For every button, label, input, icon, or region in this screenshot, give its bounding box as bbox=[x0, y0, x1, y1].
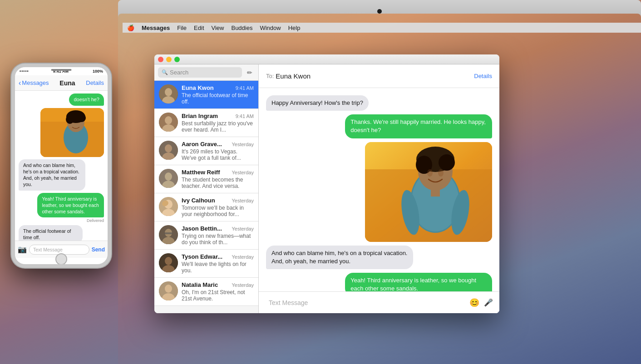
conversation-item-euna-kwon[interactable]: Euna Kwon 9:41 AM The official footwear … bbox=[154, 81, 258, 109]
microphone-icon[interactable]: 🎤 bbox=[484, 298, 493, 307]
conv-name-brian: Brian Ingram bbox=[182, 113, 218, 119]
iphone-frame: ••••• 9:41 AM 100% ‹ Messages Euna Detai… bbox=[11, 64, 111, 268]
conv-preview-euna: The official footwear of time off. bbox=[182, 92, 254, 105]
iphone-send-button[interactable]: Send bbox=[92, 246, 105, 253]
iphone-speaker bbox=[51, 69, 72, 71]
edit-menu[interactable]: Edit bbox=[194, 25, 204, 31]
chat-recipient-name: Euna Kwon bbox=[276, 72, 311, 80]
avatar-natalia-maric bbox=[159, 281, 178, 300]
svg-point-21 bbox=[165, 257, 172, 265]
back-label: Messages bbox=[22, 79, 49, 86]
conv-time-euna: 9:41 AM bbox=[236, 85, 254, 91]
iphone-text-input[interactable]: Text Message bbox=[29, 245, 89, 255]
conv-name-euna: Euna Kwon bbox=[182, 84, 214, 91]
sidebar: 🔍 Search ✏ Euna Kwon 9:41 AM bbox=[154, 64, 259, 313]
iphone-message-row: And who can blame him, he's on a tropica… bbox=[19, 159, 104, 191]
iphone-bubble-outgoing: Yeah! Third anniversary is leather, so w… bbox=[37, 193, 104, 218]
iphone-messages: doesn't he? And who can blame him, he's … bbox=[15, 91, 108, 241]
webcam-camera bbox=[377, 9, 382, 14]
message-row: Happy Anniversary! How's the trip? bbox=[266, 95, 492, 111]
window-content: 🔍 Search ✏ Euna Kwon 9:41 AM bbox=[154, 64, 499, 313]
conv-info-brian: Brian Ingram 9:41 AM Best surfabilly jaz… bbox=[182, 113, 254, 133]
to-label: To: bbox=[266, 73, 274, 79]
app-name-menu[interactable]: Messages bbox=[142, 25, 170, 31]
message-bubble: And who can blame him, he's on a tropica… bbox=[266, 246, 413, 269]
svg-point-44 bbox=[66, 115, 74, 124]
chat-header: To: Euna Kwon Details bbox=[259, 64, 499, 88]
view-menu[interactable]: View bbox=[212, 25, 224, 31]
iphone-bubble-outgoing: doesn't he? bbox=[69, 93, 104, 106]
iphone-home-button[interactable] bbox=[55, 253, 67, 265]
iphone-battery: 100% bbox=[93, 69, 103, 74]
close-button[interactable] bbox=[158, 57, 163, 62]
avatar-ivy-calhoun bbox=[159, 197, 178, 216]
conversation-item-jason-bettin[interactable]: Jason Bettin... Yesterday Trying on new … bbox=[154, 221, 258, 250]
window-titlebar bbox=[154, 54, 499, 64]
conversation-list: Euna Kwon 9:41 AM The official footwear … bbox=[154, 81, 258, 313]
conv-time-brian: 9:41 AM bbox=[236, 113, 254, 119]
signal-dots: ••••• bbox=[20, 69, 29, 74]
avatar-aaron-grave bbox=[159, 141, 178, 160]
conv-preview-aaron: It's 269 miles to Vegas. We've got a ful… bbox=[182, 148, 254, 161]
svg-point-1 bbox=[165, 88, 172, 96]
delivered-label: Delivered bbox=[87, 218, 104, 223]
conv-name-ivy: Ivy Calhoun bbox=[182, 197, 215, 204]
search-field[interactable]: 🔍 Search bbox=[158, 67, 242, 78]
back-chevron-icon: ‹ bbox=[19, 79, 21, 87]
conv-name-matthew: Matthew Reiff bbox=[182, 169, 220, 176]
messages-window: 🔍 Search ✏ Euna Kwon 9:41 AM bbox=[154, 54, 499, 313]
apple-menu[interactable]: 🍎 bbox=[127, 25, 134, 31]
conversation-item-aaron-grave[interactable]: Aaron Grave... Yesterday It's 269 miles … bbox=[154, 137, 258, 165]
iphone-message-row: The official footwear of time off. bbox=[19, 225, 104, 241]
search-icon: 🔍 bbox=[162, 69, 168, 75]
avatar-euna-kwon bbox=[159, 84, 178, 103]
file-menu[interactable]: File bbox=[177, 25, 187, 31]
svg-rect-19 bbox=[164, 232, 173, 234]
conv-preview-jason: Trying on new frames—what do you think o… bbox=[182, 233, 254, 246]
iphone-image-row bbox=[19, 108, 104, 157]
conv-info-matthew: Matthew Reiff Yesterday The student beco… bbox=[182, 169, 254, 189]
details-button[interactable]: Details bbox=[474, 73, 492, 79]
compose-button[interactable]: ✏ bbox=[245, 68, 255, 78]
conv-time-tyson: Yesterday bbox=[232, 254, 254, 260]
image-bubble bbox=[365, 142, 492, 242]
conv-name-tyson: Tyson Edwar... bbox=[182, 253, 222, 260]
conversation-item-natalia-maric[interactable]: Natalia Maric Yesterday Oh, I'm on 21st … bbox=[154, 278, 258, 306]
conv-time-matthew: Yesterday bbox=[232, 170, 254, 175]
conversation-item-ivy-calhoun[interactable]: Ivy Calhoun Yesterday Tomorrow we'll be … bbox=[154, 193, 258, 221]
message-row: Thanks. We're still happily married. He … bbox=[266, 114, 492, 138]
message-input[interactable]: Text Message bbox=[265, 297, 465, 308]
message-row: Yeah! Third anniversary is leather, so w… bbox=[266, 273, 492, 291]
conversation-item-tyson-edward[interactable]: Tyson Edwar... Yesterday We'll leave the… bbox=[154, 250, 258, 278]
conv-preview-ivy: Tomorrow we'll be back in your neighborh… bbox=[182, 205, 254, 217]
emoji-icon[interactable]: 😊 bbox=[469, 298, 479, 308]
chat-input-bar: Text Message 😊 🎤 bbox=[259, 291, 499, 313]
maximize-button[interactable] bbox=[174, 57, 180, 62]
conv-time-aaron: Yesterday bbox=[232, 142, 254, 147]
svg-point-7 bbox=[165, 144, 172, 152]
conv-preview-tyson: We'll leave the lights on for you. bbox=[182, 261, 254, 274]
iphone-camera-icon[interactable]: 📷 bbox=[18, 245, 27, 254]
iphone-status-bar: ••••• 9:41 AM 100% bbox=[15, 67, 108, 75]
person-image bbox=[365, 142, 492, 242]
avatar-brian-ingram bbox=[159, 113, 178, 132]
window-menu[interactable]: Window bbox=[260, 25, 281, 31]
traffic-lights bbox=[158, 57, 180, 62]
conv-preview-brian: Best surfabilly jazz trio you've ever he… bbox=[182, 120, 254, 133]
iphone-contact-name: Euna bbox=[59, 79, 75, 87]
conversation-item-matthew-reiff[interactable]: Matthew Reiff Yesterday The student beco… bbox=[154, 165, 258, 193]
conv-info-ivy: Ivy Calhoun Yesterday Tomorrow we'll be … bbox=[182, 197, 254, 217]
conv-name-aaron: Aaron Grave... bbox=[182, 141, 222, 148]
back-button[interactable]: ‹ Messages bbox=[19, 79, 49, 87]
chat-messages: Happy Anniversary! How's the trip? Thank… bbox=[259, 88, 499, 291]
buddies-menu[interactable]: Buddies bbox=[231, 25, 252, 31]
conversation-item-brian-ingram[interactable]: Brian Ingram 9:41 AM Best surfabilly jaz… bbox=[154, 109, 258, 137]
iphone-details-button[interactable]: Details bbox=[86, 79, 104, 86]
minimize-button[interactable] bbox=[166, 57, 172, 62]
iphone-home-area bbox=[15, 258, 108, 264]
help-menu[interactable]: Help bbox=[288, 25, 301, 31]
conv-info-jason: Jason Bettin... Yesterday Trying on new … bbox=[182, 225, 254, 246]
svg-point-10 bbox=[165, 172, 172, 181]
iphone-message-row-delivered: Yeah! Third anniversary is leather, so w… bbox=[19, 193, 104, 223]
svg-point-4 bbox=[165, 116, 172, 124]
